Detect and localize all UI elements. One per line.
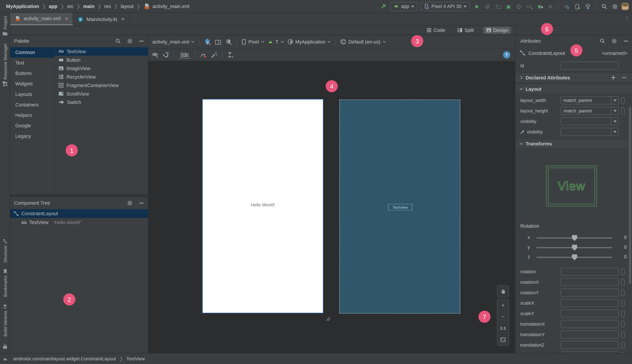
sidebar-item-build[interactable] [0,344,10,349]
autoconnect-magnet-icon[interactable] [162,51,169,58]
palette-item-scrollview[interactable]: ScrollView [55,90,148,98]
breadcrumb[interactable]: layout [121,4,134,9]
android-icon[interactable] [2,356,8,362]
translation-z-input[interactable] [560,341,619,349]
close-icon[interactable]: ✕ [121,16,125,22]
locale-dropdown[interactable]: Default (en-us) [340,39,386,45]
translation-y-input[interactable] [560,330,619,338]
palette-category-common[interactable]: Common [10,47,54,58]
design-hello-world-text[interactable]: Hello World! [203,202,323,207]
run-config-dropdown[interactable]: app [390,2,418,11]
zoom-out-button[interactable]: − [497,311,509,322]
tools-attribute-toggle[interactable] [621,342,625,348]
layout-inspector-icon[interactable] [584,3,591,10]
translation-x-input[interactable] [560,320,619,328]
slider-handle[interactable] [572,244,577,250]
infer-constraints-wand-icon[interactable] [210,51,218,58]
palette-category-legacy[interactable]: Legacy [10,131,54,142]
view-mode-code[interactable]: Code [424,26,448,34]
palette-item-textview[interactable]: Ab TextView [55,47,148,56]
apply-code-changes-icon[interactable] [494,3,501,10]
tab-options-icon[interactable]: ⋮ [625,15,630,21]
debug-icon[interactable] [505,3,512,10]
pack-align-icon[interactable] [227,51,234,58]
api-version-dropdown[interactable]: T [268,39,284,44]
add-attribute-button[interactable] [611,75,616,80]
stop-icon[interactable] [546,3,554,10]
view-options-eye-icon[interactable] [152,51,159,58]
profiler-sessions-icon[interactable] [563,3,570,10]
device-for-preview-dropdown[interactable]: Pixel [242,39,264,44]
tools-attribute-toggle[interactable] [621,289,625,296]
visibility-dropdown[interactable] [560,117,619,125]
tools-attribute-toggle[interactable] [621,97,625,104]
blueprint-textview-box[interactable]: TextView [388,204,412,210]
build-hammer-icon[interactable] [380,3,387,10]
zoom-in-button[interactable]: + [497,300,509,311]
rotation-x-input[interactable] [560,278,619,286]
canvas-resize-handle[interactable] [325,316,330,321]
device-manager-icon[interactable] [574,3,581,10]
profiler-icon[interactable] [526,3,533,10]
breadcrumb[interactable]: src [67,4,74,9]
theme-dropdown[interactable]: MyApplication [287,39,331,45]
id-input[interactable] [560,62,619,70]
design-preview-screen[interactable]: Hello World! [202,99,323,313]
tools-attribute-toggle[interactable] [621,300,625,306]
rotation-y-slider[interactable] [536,247,612,248]
palette-search-button[interactable] [114,37,122,45]
rotation-x-slider[interactable] [536,238,612,238]
zoom-actual-size-button[interactable]: 1:1 [497,322,509,334]
tools-attribute-toggle[interactable] [621,268,625,275]
clear-constraints-icon[interactable] [200,51,207,58]
device-dropdown[interactable]: Pixel 4 API 30 [421,2,470,11]
tools-attribute-toggle[interactable] [621,279,625,286]
scale-x-input[interactable] [560,299,619,307]
file-context-dropdown[interactable]: activity_main.xml [152,39,195,44]
palette-category-buttons[interactable]: Buttons [10,68,54,78]
night-mode-icon[interactable] [225,38,232,45]
palette-category-text[interactable]: Text [10,58,54,68]
component-tree-minimize-button[interactable] [138,199,146,207]
tab-activity-main-xml[interactable]: <> activity_main.xml ✕ [10,13,73,25]
zoom-to-fit-button[interactable] [497,334,509,346]
settings-gear-icon[interactable] [611,3,618,10]
rotation-y-input[interactable] [560,288,619,296]
breadcrumb-file[interactable]: activity_main.xml [152,4,189,9]
palette-settings-button[interactable] [126,37,134,45]
design-surface-selector-icon[interactable] [204,38,211,45]
palette-minimize-button[interactable] [138,37,146,45]
close-icon[interactable]: ✕ [64,16,68,21]
palette-category-google[interactable]: Google [10,120,54,131]
run-button[interactable] [473,3,480,10]
palette-category-helpers[interactable]: Helpers [10,110,54,120]
panel-splitter[interactable] [10,194,149,197]
view-mode-design[interactable]: Design [483,26,511,34]
attributes-scrollbar[interactable] [629,107,631,284]
layout-height-dropdown[interactable]: match_parent [560,107,619,115]
orientation-icon[interactable] [214,38,222,45]
breadcrumb[interactable]: app [49,4,58,9]
tools-visibility-dropdown[interactable] [560,128,619,136]
profile-low-overhead-icon[interactable] [536,3,543,10]
section-declared-attributes[interactable]: Declared Attributes [516,72,632,82]
view-mode-split[interactable]: Split [454,26,477,34]
palette-category-layouts[interactable]: Layouts [10,89,54,100]
alpha-input[interactable] [560,352,619,353]
slider-handle[interactable] [572,235,577,241]
tab-main-activity-kt[interactable]: K MainActivity.kt ✕ [73,13,129,25]
rotation-input[interactable] [560,268,619,276]
attach-debugger-icon[interactable] [515,3,522,10]
tools-attribute-toggle[interactable] [621,331,625,338]
default-margin-button[interactable]: 0dp [178,51,191,58]
attributes-search-button[interactable] [598,37,606,45]
section-transforms[interactable]: Transforms [516,139,632,149]
breadcrumb[interactable]: main [83,4,94,9]
status-selected-component[interactable]: TextView [126,356,145,361]
tree-row-textview[interactable]: Ab TextView "Hello World!" [10,218,148,227]
sidebar-item-bookmarks[interactable]: Bookmarks [0,269,10,297]
pan-tool-button[interactable] [497,285,509,297]
component-tree-settings-button[interactable] [126,199,134,207]
sidebar-item-structure[interactable]: Structure [0,238,10,262]
breadcrumb[interactable]: MyApplication [6,4,39,9]
